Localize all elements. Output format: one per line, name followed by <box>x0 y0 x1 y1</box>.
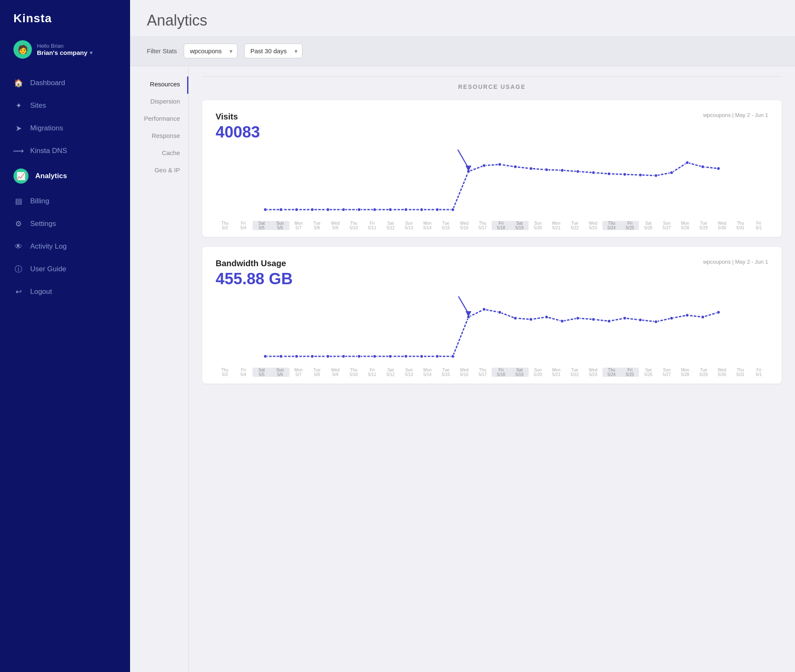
page-header: Analytics <box>130 0 795 36</box>
sidebar-item-user-guide[interactable]: ⓘ User Guide <box>0 258 130 280</box>
chart-label: Fri5/25 <box>621 221 639 230</box>
chart-label: Fri5/4 <box>234 368 253 377</box>
settings-icon: ⚙ <box>13 219 23 229</box>
chart-label: Sun5/13 <box>400 368 418 377</box>
user-guide-icon: ⓘ <box>13 264 23 274</box>
sidebar-item-kinsta-dns[interactable]: ⟿ Kinsta DNS <box>0 140 130 162</box>
svg-point-27 <box>686 161 689 164</box>
nav-label: Analytics <box>35 172 67 180</box>
svg-point-41 <box>404 355 408 358</box>
svg-line-62 <box>456 296 469 314</box>
chart-label: Wed5/23 <box>584 368 602 377</box>
sub-nav-performance[interactable]: Performance <box>130 111 188 126</box>
nav-label: Kinsta DNS <box>30 147 67 155</box>
svg-point-19 <box>560 169 564 172</box>
svg-point-14 <box>482 164 486 167</box>
chart-label: Thu5/24 <box>602 368 621 377</box>
nav-label: Dashboard <box>30 79 65 87</box>
chart-label: Sun5/27 <box>657 221 676 230</box>
chart-label: Tue5/15 <box>437 221 455 230</box>
sidebar-item-settings[interactable]: ⚙ Settings <box>0 213 130 235</box>
chart-label: Mon5/7 <box>289 368 308 377</box>
chart-label: Wed5/16 <box>455 368 474 377</box>
sub-nav-geo-ip[interactable]: Geo & IP <box>130 162 188 178</box>
chart-label: Thu5/3 <box>216 368 234 377</box>
chart-label: Thu5/17 <box>473 221 492 230</box>
svg-point-32 <box>264 355 267 358</box>
content-area: ResourcesDispersionPerformanceResponseCa… <box>130 66 795 672</box>
filter-bar: Filter Stats wpcoupons Past 30 days Past… <box>130 36 795 66</box>
sidebar-item-migrations[interactable]: ➤ Migrations <box>0 117 130 139</box>
svg-point-36 <box>326 355 329 358</box>
charts-area: RESOURCE USAGE Visits wpcoupons | May 2 … <box>189 66 795 672</box>
svg-point-26 <box>670 171 673 174</box>
chart-label: Sat5/12 <box>381 368 400 377</box>
page-title: Analytics <box>147 12 778 29</box>
user-profile[interactable]: 🧑 Hello Brian Brian's company ▾ <box>0 35 130 69</box>
sidebar-item-dashboard[interactable]: 🏠 Dashboard <box>0 72 130 94</box>
user-info: Hello Brian Brian's company ▾ <box>37 43 92 56</box>
svg-point-54 <box>607 319 611 323</box>
site-select[interactable]: wpcoupons <box>184 44 237 58</box>
svg-point-61 <box>717 311 720 314</box>
svg-point-5 <box>342 208 345 211</box>
nav-label: Sites <box>30 101 46 110</box>
svg-point-47 <box>498 311 501 314</box>
billing-icon: ▤ <box>13 196 23 206</box>
svg-point-11 <box>435 208 439 211</box>
svg-point-43 <box>435 355 439 358</box>
chart-label: Sat5/12 <box>381 221 400 230</box>
svg-point-58 <box>670 317 673 320</box>
svg-point-39 <box>373 355 376 358</box>
sub-nav-resources[interactable]: Resources <box>130 76 188 92</box>
chart-label: Thu5/24 <box>602 221 621 230</box>
sidebar-item-sites[interactable]: ✦ Sites <box>0 95 130 117</box>
activity-log-icon: 👁 <box>13 241 23 252</box>
chart-label: Wed5/9 <box>326 368 344 377</box>
svg-point-46 <box>482 308 486 311</box>
chart-value: 40083 <box>216 123 768 141</box>
sub-nav-cache[interactable]: Cache <box>130 145 188 161</box>
svg-point-57 <box>654 320 658 323</box>
chart-header: Bandwidth Usage wpcoupons | May 2 - Jun … <box>216 259 768 268</box>
svg-point-53 <box>592 318 595 321</box>
chart-label: Fri5/18 <box>492 221 510 230</box>
chart-label: Sun5/27 <box>657 368 676 377</box>
svg-point-23 <box>623 173 626 176</box>
svg-point-51 <box>560 319 564 323</box>
svg-point-10 <box>420 208 423 211</box>
period-select[interactable]: Past 30 days Past 7 days Past 60 days Pa… <box>244 44 302 58</box>
dashboard-icon: 🏠 <box>13 78 23 88</box>
svg-point-40 <box>388 355 392 358</box>
sub-nav-dispersion[interactable]: Dispersion <box>130 93 188 109</box>
svg-point-28 <box>701 165 704 169</box>
section-header: RESOURCE USAGE <box>202 76 782 93</box>
svg-point-44 <box>451 355 454 358</box>
avatar: 🧑 <box>13 40 32 59</box>
sidebar-item-billing[interactable]: ▤ Billing <box>0 190 130 212</box>
chart-label: Fri5/11 <box>363 221 381 230</box>
svg-point-60 <box>701 315 704 319</box>
svg-point-29 <box>717 167 720 170</box>
svg-point-15 <box>498 163 501 166</box>
svg-point-3 <box>310 208 314 211</box>
nav-label: Migrations <box>30 124 63 132</box>
sidebar-item-analytics[interactable]: 📈 Analytics <box>0 163 130 189</box>
svg-point-37 <box>342 355 345 358</box>
svg-point-7 <box>373 208 376 211</box>
nav-label: Billing <box>30 197 49 205</box>
svg-point-56 <box>639 318 642 322</box>
chart-label: Mon5/28 <box>676 221 694 230</box>
chart-label: Wed5/23 <box>584 221 602 230</box>
chart-label: Tue5/22 <box>566 221 584 230</box>
sidebar-item-activity-log[interactable]: 👁 Activity Log <box>0 236 130 257</box>
chart-label: Mon5/14 <box>418 221 437 230</box>
chart-label: Tue5/29 <box>694 221 713 230</box>
svg-point-59 <box>686 314 689 317</box>
chart-value: 455.88 GB <box>216 270 768 288</box>
chart-label: Thu5/31 <box>731 368 750 377</box>
chart-label: Sat5/26 <box>639 368 657 377</box>
sub-nav-response[interactable]: Response <box>130 128 188 143</box>
sidebar-item-logout[interactable]: ↩ Logout <box>0 281 130 303</box>
svg-line-30 <box>456 150 469 168</box>
